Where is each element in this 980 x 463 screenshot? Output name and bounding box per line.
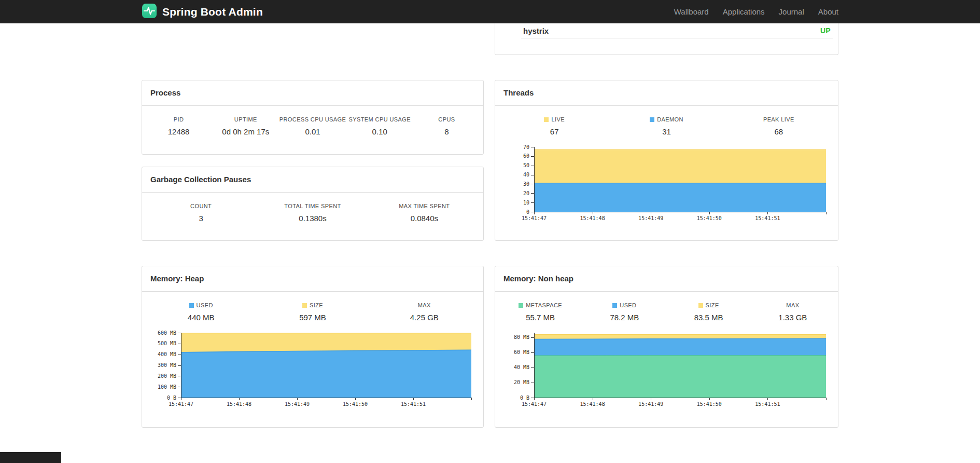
heap-legend: USED 440 MB SIZE 597 MB MAX 4.25 GB (142, 302, 483, 322)
stat-heap-size: SIZE 597 MB (257, 302, 368, 322)
stat-label: SIZE (667, 302, 751, 308)
svg-text:15:41:51: 15:41:51 (755, 401, 780, 407)
svg-text:10: 10 (523, 200, 529, 206)
stat-label: DAEMON (610, 116, 722, 122)
svg-text:50: 50 (523, 162, 529, 168)
stat-label: USED (582, 302, 666, 308)
stat-nonheap-max: MAX 1.33 GB (751, 302, 835, 322)
legend-swatch-daemon (650, 117, 654, 122)
threads-legend: LIVE 67 DAEMON 31 PEAK LIVE 68 (495, 116, 838, 136)
svg-text:0: 0 (526, 209, 529, 215)
health-row-label: hystrix (523, 26, 549, 35)
svg-text:0 B: 0 B (520, 395, 529, 401)
memory-nonheap-panel: Memory: Non heap METASPACE 55.7 MB USED … (495, 266, 838, 428)
stat-pid: PID 12488 (145, 116, 212, 136)
svg-text:15:41:47: 15:41:47 (522, 401, 547, 407)
svg-text:60 MB: 60 MB (514, 349, 529, 355)
svg-text:15:41:47: 15:41:47 (169, 401, 193, 407)
stat-process-cpu-usage: PROCESS CPU USAGE 0.01 (279, 116, 346, 136)
svg-text:400 MB: 400 MB (158, 351, 176, 357)
navbar: Spring Boot Admin Wallboard Applications… (0, 0, 980, 23)
stat-value: 31 (610, 127, 722, 136)
stat-label: PROCESS CPU USAGE (279, 116, 346, 122)
svg-text:15:41:51: 15:41:51 (401, 401, 426, 407)
svg-text:15:41:48: 15:41:48 (227, 401, 251, 407)
navbar-inner: Spring Boot Admin Wallboard Applications… (134, 0, 846, 23)
stat-value: 78.2 MB (582, 313, 666, 322)
brand[interactable]: Spring Boot Admin (142, 3, 263, 21)
legend-swatch-live (544, 117, 549, 122)
svg-text:600 MB: 600 MB (158, 330, 176, 336)
stat-value: 0.10 (346, 127, 413, 136)
stat-value: 55.7 MB (498, 313, 582, 322)
svg-text:15:41:49: 15:41:49 (638, 401, 663, 407)
stat-value: 8 (413, 127, 480, 136)
nav-item-about[interactable]: About (818, 7, 838, 16)
svg-text:500 MB: 500 MB (158, 341, 176, 346)
stat-label: SIZE (257, 302, 368, 308)
stat-value: 0d 0h 2m 17s (212, 127, 279, 136)
threads-chart: 01020304050607015:41:4715:41:4815:41:491… (503, 144, 830, 223)
memory-heap-panel: Memory: Heap USED 440 MB SIZE 597 MB (142, 266, 484, 428)
stat-label: LIVE (498, 116, 610, 122)
page-content: hystrix UP Process PID 12488 UPTIME 0d 0… (134, 23, 846, 428)
nonheap-legend: METASPACE 55.7 MB USED 78.2 MB SIZE (495, 302, 838, 322)
svg-text:0 B: 0 B (167, 395, 176, 401)
stat-threads-live: LIVE 67 (498, 116, 610, 136)
svg-text:15:41:47: 15:41:47 (522, 215, 547, 221)
svg-text:300 MB: 300 MB (158, 362, 176, 368)
stat-value: 597 MB (257, 313, 368, 322)
nav-item-journal[interactable]: Journal (779, 7, 804, 16)
stat-heap-used: USED 440 MB (145, 302, 257, 322)
stat-label: MAX (369, 302, 480, 308)
stat-label: PID (145, 116, 212, 122)
stat-label: CPUS (413, 116, 480, 122)
svg-text:30: 30 (523, 181, 529, 187)
stat-value: 0.1380s (257, 214, 368, 223)
stat-value: 440 MB (145, 313, 257, 322)
left-column: Process PID 12488 UPTIME 0d 0h 2m 17s PR… (142, 80, 484, 241)
legend-swatch-size (302, 303, 307, 308)
gc-panel-title: Garbage Collection Pauses (142, 167, 483, 193)
stat-label: METASPACE (498, 302, 582, 308)
legend-swatch-used (612, 303, 617, 308)
stat-value: 4.25 GB (369, 313, 480, 322)
svg-text:15:41:50: 15:41:50 (343, 401, 368, 407)
svg-text:15:41:50: 15:41:50 (697, 401, 722, 407)
memory-heap-panel-title: Memory: Heap (142, 266, 483, 292)
svg-text:100 MB: 100 MB (158, 384, 176, 390)
stat-gc-count: COUNT 3 (145, 203, 257, 223)
stat-label: USED (145, 302, 257, 308)
brand-title: Spring Boot Admin (162, 6, 263, 18)
stat-value: 68 (723, 127, 835, 136)
threads-panel: Threads LIVE 67 DAEMON 31 (495, 80, 838, 241)
stat-value: 12488 (145, 127, 212, 136)
nav-item-applications[interactable]: Applications (723, 7, 765, 16)
health-row-hystrix: hystrix UP (521, 23, 833, 38)
memory-nonheap-chart: 0 B20 MB40 MB60 MB80 MB15:41:4715:41:481… (503, 330, 830, 409)
svg-text:60: 60 (523, 153, 529, 159)
stat-gc-total-time: TOTAL TIME SPENT 0.1380s (257, 203, 368, 223)
stat-value: 0.0840s (369, 214, 480, 223)
stat-value: 1.33 GB (751, 313, 835, 322)
stat-nonheap-used: USED 78.2 MB (582, 302, 666, 322)
brand-logo-icon (142, 3, 157, 21)
stat-label: SYSTEM CPU USAGE (346, 116, 413, 122)
stat-label: TOTAL TIME SPENT (257, 203, 368, 209)
svg-text:40: 40 (523, 172, 529, 178)
nav-item-wallboard[interactable]: Wallboard (674, 7, 709, 16)
stat-value: 3 (145, 214, 257, 223)
process-panel: Process PID 12488 UPTIME 0d 0h 2m 17s PR… (142, 80, 484, 155)
stat-value: 0.01 (279, 127, 346, 136)
process-stats: PID 12488 UPTIME 0d 0h 2m 17s PROCESS CP… (142, 116, 483, 136)
stat-value: 83.5 MB (667, 313, 751, 322)
svg-text:40 MB: 40 MB (514, 364, 529, 370)
stat-nonheap-size: SIZE 83.5 MB (667, 302, 751, 322)
svg-text:20 MB: 20 MB (514, 379, 529, 385)
svg-text:15:41:51: 15:41:51 (755, 215, 780, 221)
health-details-panel: hystrix UP (495, 23, 838, 55)
svg-text:15:41:48: 15:41:48 (580, 401, 605, 407)
svg-text:80 MB: 80 MB (514, 334, 529, 340)
legend-swatch-size (698, 303, 703, 308)
threads-panel-title: Threads (495, 80, 838, 106)
